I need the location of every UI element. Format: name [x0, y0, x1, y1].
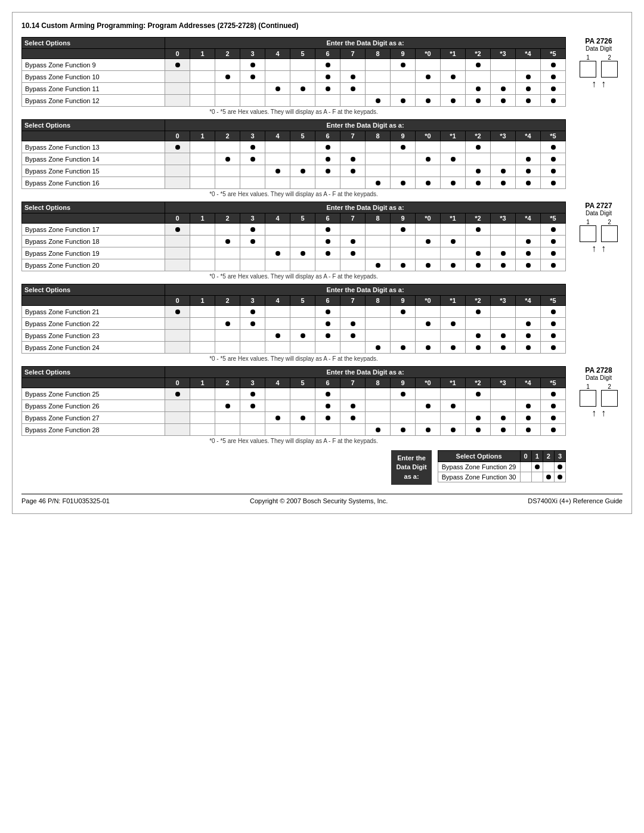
dot-indicator: [326, 251, 330, 256]
dot-indicator: [476, 227, 481, 232]
table-row: Bypass Zone Function 17: [22, 224, 566, 236]
dot-indicator: [551, 75, 556, 79]
table-row: Bypass Zone Function 29: [438, 462, 565, 472]
dot-indicator: [501, 251, 506, 256]
dot-indicator: [451, 321, 456, 326]
dot-indicator: [476, 86, 481, 91]
hex-note: *0 - *5 are Hex values. They will displa…: [21, 438, 566, 444]
dot-indicator: [476, 428, 481, 432]
row-label: Bypass Zone Function 22: [22, 318, 165, 330]
table-section: Select OptionsEnter the Data Digit as a:…: [21, 119, 566, 200]
table-row: Bypass Zone Function 16: [22, 177, 566, 189]
section-table: Select OptionsEnter the Data Digit as a:…: [21, 284, 566, 354]
dot-indicator: [546, 475, 551, 479]
dot-indicator: [476, 309, 481, 314]
dot-indicator: [551, 428, 556, 432]
dot-indicator: [551, 345, 556, 350]
digit-box-1[interactable]: [580, 390, 596, 407]
dot-indicator: [225, 321, 230, 326]
dot-indicator: [551, 98, 556, 103]
dot-indicator: [451, 98, 456, 103]
row-label: Bypass Zone Function 17: [22, 224, 165, 236]
table-row: Bypass Zone Function 13: [22, 141, 566, 153]
dot-indicator: [351, 75, 355, 79]
dot-indicator: [526, 157, 531, 162]
table-section: Select OptionsEnter the Data Digit as a:…: [21, 202, 566, 283]
section-table: Select OptionsEnter the Data Digit as a:…: [21, 119, 566, 189]
dot-indicator: [526, 416, 531, 420]
dot-indicator: [326, 392, 330, 397]
row-label: Bypass Zone Function 25: [22, 388, 165, 400]
dot-indicator: [326, 145, 330, 150]
dot-indicator: [526, 251, 531, 256]
dot-indicator: [501, 416, 506, 420]
dot-indicator: [351, 239, 355, 244]
digit-box-1[interactable]: [580, 225, 596, 242]
dot-indicator: [250, 145, 255, 150]
dot-indicator: [551, 321, 556, 326]
dot-indicator: [376, 345, 380, 350]
dot-indicator: [526, 98, 531, 103]
dot-indicator: [326, 321, 330, 326]
footer-center: Copyright © 2007 Bosch Security Systems,…: [250, 497, 388, 504]
dot-indicator: [526, 333, 531, 338]
dot-indicator: [326, 416, 330, 420]
dot-indicator: [451, 181, 456, 185]
digit-label-2: 2: [601, 219, 618, 225]
dot-indicator: [551, 63, 556, 67]
row-label: Bypass Zone Function 24: [22, 342, 165, 354]
table-row: Bypass Zone Function 10: [22, 71, 566, 83]
dot-indicator: [426, 98, 431, 103]
dot-indicator: [501, 263, 506, 268]
dot-indicator: [526, 181, 531, 185]
dot-indicator: [526, 404, 531, 408]
dot-indicator: [401, 63, 405, 67]
table-row: Bypass Zone Function 11: [22, 83, 566, 95]
dot-indicator: [225, 157, 230, 162]
table-row: Bypass Zone Function 22: [22, 318, 566, 330]
dot-indicator: [426, 428, 431, 432]
dot-indicator: [250, 157, 255, 162]
pa-number: PA 2727: [575, 202, 623, 210]
dot-indicator: [526, 321, 531, 326]
dot-indicator: [376, 263, 380, 268]
dot-indicator: [175, 63, 180, 67]
dot-indicator: [526, 86, 531, 91]
dot-indicator: [476, 416, 481, 420]
dot-indicator: [451, 404, 456, 408]
dot-indicator: [476, 169, 481, 174]
dot-indicator: [250, 392, 255, 397]
dot-indicator: [401, 345, 405, 350]
footer: Page 46 P/N: F01U035325-01 Copyright © 2…: [21, 494, 623, 504]
row-label: Bypass Zone Function 21: [22, 306, 165, 318]
dot-indicator: [301, 251, 305, 256]
dot-indicator: [275, 416, 280, 420]
digit-box-1[interactable]: [580, 61, 596, 78]
dot-indicator: [326, 157, 330, 162]
digit-box-2[interactable]: [601, 390, 618, 407]
table-row: Bypass Zone Function 21: [22, 306, 566, 318]
row-label: Bypass Zone Function 10: [22, 71, 165, 83]
dot-indicator: [551, 86, 556, 91]
dot-indicator: [526, 239, 531, 244]
digit-label-1: 1: [580, 219, 596, 225]
table-row: Bypass Zone Function 15: [22, 165, 566, 177]
section-table: Select OptionsEnter the Data Digit as a:…: [21, 366, 566, 436]
dot-indicator: [426, 157, 431, 162]
dot-indicator: [301, 416, 305, 420]
dot-indicator: [175, 227, 180, 232]
dot-indicator: [351, 86, 355, 91]
digit-box-2[interactable]: [601, 61, 618, 78]
dot-indicator: [501, 428, 506, 432]
dot-indicator: [551, 263, 556, 268]
digit-box-2[interactable]: [601, 225, 618, 242]
row-label: Bypass Zone Function 20: [22, 259, 165, 271]
table-row: Bypass Zone Function 18: [22, 236, 566, 247]
dot-indicator: [250, 239, 255, 244]
dot-indicator: [250, 404, 255, 408]
bottom-table: Select Options0123Bypass Zone Function 2…: [438, 450, 566, 482]
dot-indicator: [551, 333, 556, 338]
dot-indicator: [526, 428, 531, 432]
dot-indicator: [301, 169, 305, 174]
row-label: Bypass Zone Function 19: [22, 247, 165, 259]
